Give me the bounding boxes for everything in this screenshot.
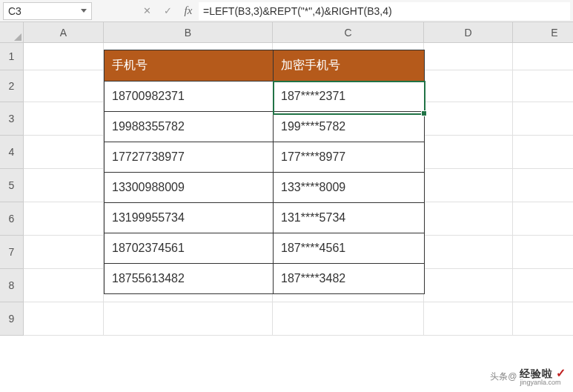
row-header-6[interactable]: 6	[0, 202, 24, 236]
cell-A7[interactable]	[24, 236, 104, 269]
formula-bar: C3 ✕ ✓ fx =LEFT(B3,3)&REPT("*",4)&RIGHT(…	[0, 0, 573, 22]
name-box-value: C3	[8, 5, 21, 17]
table-row: 13199955734131****5734	[105, 203, 425, 233]
phone-cell[interactable]: 19988355782	[105, 112, 274, 142]
cell-B9[interactable]	[104, 302, 273, 336]
masked-cell[interactable]: 187****2371	[274, 82, 425, 112]
watermark: 头条@ 经验啦 ✓ jingyanla.com	[490, 368, 566, 386]
col-header-E[interactable]: E	[513, 22, 573, 43]
masked-cell[interactable]: 133****8009	[274, 173, 425, 203]
cell-E6[interactable]	[513, 202, 573, 236]
table-row: 17727738977177****8977	[105, 142, 425, 173]
cell-E2[interactable]	[513, 70, 573, 102]
cell-D7[interactable]	[424, 236, 513, 269]
cell-E7[interactable]	[513, 236, 573, 269]
cell-E1[interactable]	[513, 43, 573, 70]
masked-cell[interactable]: 187****3482	[274, 264, 425, 294]
table-header-masked[interactable]: 加密手机号	[274, 50, 425, 82]
row-header-2[interactable]: 2	[0, 70, 24, 102]
cell-A5[interactable]	[24, 169, 104, 202]
row-header-1[interactable]: 1	[0, 43, 24, 70]
name-box[interactable]: C3	[3, 2, 92, 20]
formula-input[interactable]: =LEFT(B3,3)&REPT("*",4)&RIGHT(B3,4)	[199, 2, 570, 20]
cell-A1[interactable]	[24, 43, 104, 70]
fx-icon[interactable]: fx	[178, 2, 199, 20]
cell-A4[interactable]	[24, 136, 104, 169]
col-header-C[interactable]: C	[273, 22, 424, 43]
cell-E4[interactable]	[513, 136, 573, 169]
table-row: 18755613482187****3482	[105, 264, 425, 294]
phone-cell[interactable]: 18755613482	[105, 264, 274, 294]
phone-cell[interactable]: 18702374561	[105, 233, 274, 264]
table-row: 19988355782199****5782	[105, 112, 425, 142]
table-row: 18700982371187****2371	[105, 82, 425, 112]
cell-A9[interactable]	[24, 302, 104, 336]
cell-D1[interactable]	[424, 43, 513, 70]
chevron-down-icon[interactable]	[81, 9, 87, 13]
phone-cell[interactable]: 18700982371	[105, 82, 274, 112]
cell-D9[interactable]	[424, 302, 513, 336]
row-header-3[interactable]: 3	[0, 102, 24, 136]
cell-D8[interactable]	[424, 269, 513, 302]
watermark-sub: jingyanla.com	[520, 379, 560, 386]
masked-cell[interactable]: 131****5734	[274, 203, 425, 233]
masked-cell[interactable]: 177****8977	[274, 142, 425, 173]
check-icon: ✓	[556, 367, 566, 379]
spreadsheet-grid: 123456789 ABCDE 手机号 加密手机号 18700982371187…	[0, 22, 573, 392]
row-header-4[interactable]: 4	[0, 136, 24, 169]
masked-cell[interactable]: 187****4561	[274, 233, 425, 264]
table-row: 13300988009133****8009	[105, 173, 425, 203]
col-header-A[interactable]: A	[24, 22, 104, 43]
row-header-9[interactable]: 9	[0, 302, 24, 336]
phone-cell[interactable]: 13199955734	[105, 203, 274, 233]
col-header-D[interactable]: D	[424, 22, 513, 43]
row-header-7[interactable]: 7	[0, 236, 24, 269]
cell-D6[interactable]	[424, 202, 513, 236]
cell-E8[interactable]	[513, 269, 573, 302]
watermark-prefix: 头条@	[490, 371, 517, 383]
cell-D4[interactable]	[424, 136, 513, 169]
cancel-icon[interactable]: ✕	[136, 2, 157, 20]
cell-A8[interactable]	[24, 269, 104, 302]
cell-D5[interactable]	[424, 169, 513, 202]
table-header-phone[interactable]: 手机号	[105, 50, 274, 82]
cell-A3[interactable]	[24, 102, 104, 136]
formula-text: =LEFT(B3,3)&REPT("*",4)&RIGHT(B3,4)	[203, 5, 392, 17]
cell-E9[interactable]	[513, 302, 573, 336]
cell-C9[interactable]	[273, 302, 424, 336]
cell-E3[interactable]	[513, 102, 573, 136]
cell-D2[interactable]	[424, 70, 513, 102]
row-header-5[interactable]: 5	[0, 169, 24, 202]
row-header-8[interactable]: 8	[0, 269, 24, 302]
col-header-B[interactable]: B	[104, 22, 273, 43]
cell-D3[interactable]	[424, 102, 513, 136]
cell-E5[interactable]	[513, 169, 573, 202]
cell-A6[interactable]	[24, 202, 104, 236]
accept-icon[interactable]: ✓	[157, 2, 178, 20]
masked-cell[interactable]: 199****5782	[274, 112, 425, 142]
cell-A2[interactable]	[24, 70, 104, 102]
phone-cell[interactable]: 13300988009	[105, 173, 274, 203]
select-all-corner[interactable]	[0, 22, 24, 43]
data-table: 手机号 加密手机号 18700982371187****237119988355…	[104, 50, 425, 294]
table-row: 18702374561187****4561	[105, 233, 425, 264]
phone-cell[interactable]: 17727738977	[105, 142, 274, 173]
watermark-brand: 经验啦	[520, 368, 553, 379]
